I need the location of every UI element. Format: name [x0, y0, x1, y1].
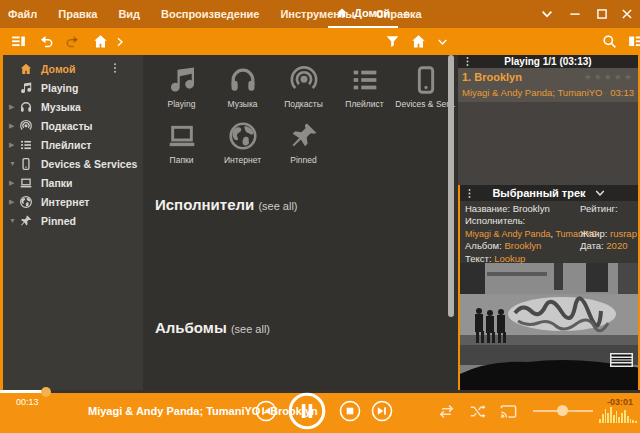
menu-play[interactable]: Воспроизведение: [161, 8, 259, 20]
expand-arrow-icon[interactable]: ▼: [9, 217, 19, 224]
shuffle-button[interactable]: [468, 402, 487, 421]
artist-label: Исполнитель:: [465, 215, 598, 227]
now-playing-title[interactable]: Miyagi & Andy Panda; TumaniYO - Brooklyn: [88, 405, 318, 417]
volume-handle[interactable]: [557, 405, 568, 416]
seek-handle[interactable]: [41, 387, 51, 397]
home-view: Playing Музыка Подкасты Плейлист Devices…: [143, 55, 458, 390]
see-all-link[interactable]: (see all): [231, 323, 270, 335]
sidebar-item-playing[interactable]: Playing: [3, 78, 143, 97]
repeat-button[interactable]: [437, 402, 456, 421]
genre-link[interactable]: rusrap: [610, 228, 637, 239]
sidebar-item-devices[interactable]: ▼ Devices & Services: [3, 154, 143, 173]
close-button[interactable]: [620, 7, 634, 21]
minimize-button[interactable]: [568, 7, 582, 21]
tile-playing[interactable]: Playing: [151, 62, 212, 112]
sidebar-item-music[interactable]: ▶ Музыка: [3, 97, 143, 116]
maximize-button[interactable]: [595, 7, 609, 21]
panel-menu-icon[interactable]: [462, 56, 473, 67]
tile-label: Папки: [170, 155, 194, 165]
section-title: Исполнители: [155, 196, 254, 213]
stop-button[interactable]: [339, 400, 361, 422]
collapse-chevron-icon[interactable]: [594, 187, 606, 199]
playlist-icon: [349, 64, 381, 96]
album-art-image: [460, 263, 638, 390]
tile-internet[interactable]: Интернет: [212, 118, 273, 168]
mediamonkey-window: Файл Правка Вид Воспроизведение Инструме…: [0, 0, 640, 433]
title-bar: Файл Правка Вид Воспроизведение Инструме…: [0, 0, 640, 28]
section-title: Альбомы: [155, 319, 227, 336]
selected-track-header[interactable]: Выбранный трек: [460, 185, 638, 201]
queue-track-title: 1. Brooklyn: [462, 71, 522, 83]
location-dropdown-icon[interactable]: [436, 36, 449, 48]
date-link[interactable]: 2020: [606, 240, 627, 251]
playing-queue-header[interactable]: Playing 1/1 (03:13): [458, 55, 638, 68]
lyrics-lookup-link[interactable]: Lookup: [494, 253, 525, 264]
album-link[interactable]: Brooklyn: [504, 240, 541, 251]
genre-label: Жанр:: [580, 228, 607, 239]
filter-icon[interactable]: [384, 33, 401, 50]
selected-track-panel: Выбранный трек Название: Brooklyn Исполн…: [458, 185, 638, 390]
content-area: Домой Playing ▶ Музыка ▶ Подкасты ▶: [0, 55, 640, 390]
playlist-icon: [19, 138, 33, 152]
menu-edit[interactable]: Правка: [58, 8, 97, 20]
selected-track-header-label: Выбранный трек: [492, 187, 585, 199]
breadcrumb-chevron-icon[interactable]: [114, 36, 126, 48]
cast-button[interactable]: [499, 402, 518, 421]
tile-devices[interactable]: Devices & Ser...: [395, 62, 456, 112]
expand-arrow-icon[interactable]: ▼: [9, 160, 19, 167]
previous-button[interactable]: [255, 400, 277, 422]
parental-advisory-label: [610, 353, 633, 367]
back-icon[interactable]: [38, 33, 55, 50]
tile-label: Devices & Ser...: [395, 99, 455, 109]
smartphone-icon: [19, 157, 33, 171]
globe-icon: [19, 195, 33, 209]
sidebar-item-label: Playing: [41, 82, 78, 94]
expand-arrow-icon[interactable]: ▶: [9, 122, 19, 130]
search-icon[interactable]: [601, 33, 618, 50]
sidebar-item-playlists[interactable]: ▶ Плейлист: [3, 135, 143, 154]
view-layout-icon[interactable]: [10, 33, 27, 50]
album-label: Альбом:: [465, 240, 502, 251]
expand-arrow-icon[interactable]: ▶: [9, 198, 19, 206]
sidebar-item-label: Музыка: [41, 101, 81, 113]
home-nav-icon[interactable]: [92, 33, 109, 50]
rating-stars[interactable]: ★★★★★: [584, 72, 634, 82]
queue-track-row[interactable]: 1. Brooklyn ★★★★★ Miyagi & Andy Panda; T…: [458, 68, 638, 102]
tile-label: Плейлист: [345, 99, 383, 109]
forward-icon[interactable]: [64, 33, 81, 50]
sidebar-item-folders[interactable]: ▶ Папки: [3, 173, 143, 192]
titlebar-chevron-down-icon[interactable]: [540, 7, 554, 21]
tile-pinned[interactable]: Pinned: [273, 118, 334, 168]
tile-folders[interactable]: Папки: [151, 118, 212, 168]
home-tiles: Playing Музыка Подкасты Плейлист Devices…: [151, 62, 458, 174]
pause-button[interactable]: [288, 392, 326, 430]
artist-link[interactable]: Miyagi & Andy Panda: [465, 229, 551, 239]
sidebar-item-podcasts[interactable]: ▶ Подкасты: [3, 116, 143, 135]
see-all-link[interactable]: (see all): [258, 200, 297, 212]
sidebar-item-internet[interactable]: ▶ Интернет: [3, 192, 143, 211]
expand-arrow-icon[interactable]: ▶: [9, 179, 19, 187]
location-home-icon[interactable]: [410, 33, 427, 50]
sidebar-item-pinned[interactable]: ▼ Pinned: [3, 211, 143, 230]
tab-home[interactable]: Домой: [328, 0, 398, 28]
tile-playlists[interactable]: Плейлист: [334, 62, 395, 112]
expand-arrow-icon[interactable]: ▶: [9, 141, 19, 149]
new-tab-button[interactable]: +: [402, 5, 411, 22]
panel-menu-icon[interactable]: [464, 188, 475, 199]
spectrum-visualizer[interactable]: [599, 405, 637, 423]
queue-empty-space: [458, 102, 638, 185]
panel-toggle-icon[interactable]: [627, 33, 640, 50]
sidebar-item-label: Плейлист: [41, 139, 91, 151]
tile-music[interactable]: Музыка: [212, 62, 273, 112]
player-bar: 00:13 -03:01 Miyagi & Andy Panda; Tumani…: [0, 390, 640, 433]
menu-file[interactable]: Файл: [8, 8, 37, 20]
expand-arrow-icon[interactable]: ▶: [9, 103, 19, 111]
sidebar-item-home[interactable]: Домой: [3, 59, 143, 78]
vertical-scrollbar[interactable]: [448, 55, 454, 317]
smartphone-icon: [410, 64, 442, 96]
tile-podcasts[interactable]: Подкасты: [273, 62, 334, 112]
sidebar-item-label: Домой: [41, 63, 75, 75]
item-menu-icon[interactable]: [109, 62, 121, 74]
next-button[interactable]: [371, 400, 393, 422]
menu-view[interactable]: Вид: [118, 8, 140, 20]
